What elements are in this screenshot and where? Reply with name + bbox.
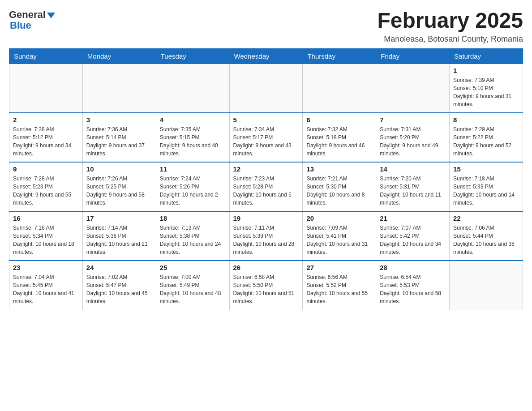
day-info: Sunrise: 7:18 AM Sunset: 5:33 PM Dayligh… [453,175,519,207]
calendar-day-cell: 5Sunrise: 7:34 AM Sunset: 5:17 PM Daylig… [229,113,303,162]
day-info: Sunrise: 7:20 AM Sunset: 5:31 PM Dayligh… [380,175,446,207]
day-info: Sunrise: 7:23 AM Sunset: 5:28 PM Dayligh… [233,175,299,207]
calendar-day-cell [450,261,523,310]
col-wednesday: Wednesday [229,48,303,64]
col-friday: Friday [376,48,450,64]
day-number: 19 [233,214,299,222]
col-sunday: Sunday [9,48,83,64]
day-number: 8 [453,116,519,124]
calendar-week-row: 1Sunrise: 7:39 AM Sunset: 5:10 PM Daylig… [9,64,523,113]
day-info: Sunrise: 7:09 AM Sunset: 5:41 PM Dayligh… [306,224,372,256]
calendar-day-cell [9,64,83,113]
calendar-day-cell: 26Sunrise: 6:58 AM Sunset: 5:50 PM Dayli… [229,261,303,310]
day-number: 15 [453,165,519,173]
calendar-table: Sunday Monday Tuesday Wednesday Thursday… [9,48,523,310]
calendar-day-cell: 8Sunrise: 7:29 AM Sunset: 5:22 PM Daylig… [450,113,523,162]
calendar-day-cell [82,64,156,113]
day-number: 2 [13,116,79,124]
calendar-day-cell: 6Sunrise: 7:32 AM Sunset: 5:18 PM Daylig… [303,113,376,162]
day-info: Sunrise: 7:04 AM Sunset: 5:45 PM Dayligh… [13,273,79,305]
calendar-day-cell: 19Sunrise: 7:11 AM Sunset: 5:39 PM Dayli… [229,211,303,261]
day-number: 23 [13,264,79,271]
calendar-day-cell: 16Sunrise: 7:16 AM Sunset: 5:34 PM Dayli… [9,211,83,261]
calendar-day-cell: 12Sunrise: 7:23 AM Sunset: 5:28 PM Dayli… [229,162,303,211]
calendar-week-row: 23Sunrise: 7:04 AM Sunset: 5:45 PM Dayli… [9,261,523,310]
col-thursday: Thursday [303,48,376,64]
day-number: 3 [86,116,152,124]
day-number: 18 [160,214,226,222]
calendar-header-row: Sunday Monday Tuesday Wednesday Thursday… [9,48,523,64]
day-info: Sunrise: 7:39 AM Sunset: 5:10 PM Dayligh… [453,76,519,108]
calendar-day-cell: 25Sunrise: 7:00 AM Sunset: 5:49 PM Dayli… [156,261,229,310]
calendar-day-cell: 22Sunrise: 7:06 AM Sunset: 5:44 PM Dayli… [450,211,523,261]
day-number: 12 [233,165,299,173]
calendar-day-cell: 4Sunrise: 7:35 AM Sunset: 5:15 PM Daylig… [156,113,229,162]
day-number: 14 [380,165,446,173]
calendar-day-cell: 2Sunrise: 7:38 AM Sunset: 5:12 PM Daylig… [9,113,83,162]
logo-general-text: General [9,9,46,21]
calendar-day-cell: 3Sunrise: 7:36 AM Sunset: 5:14 PM Daylig… [82,113,156,162]
day-info: Sunrise: 7:31 AM Sunset: 5:20 PM Dayligh… [380,125,446,158]
col-monday: Monday [82,48,156,64]
calendar-day-cell: 10Sunrise: 7:26 AM Sunset: 5:25 PM Dayli… [82,162,156,211]
day-number: 28 [380,264,446,271]
logo-blue-text: Blue [10,20,31,31]
day-info: Sunrise: 7:32 AM Sunset: 5:18 PM Dayligh… [306,125,372,158]
day-info: Sunrise: 7:00 AM Sunset: 5:49 PM Dayligh… [160,273,226,305]
day-number: 13 [306,165,372,173]
calendar-day-cell: 21Sunrise: 7:07 AM Sunset: 5:42 PM Dayli… [376,211,450,261]
calendar-day-cell [376,64,450,113]
calendar-day-cell [156,64,229,113]
day-info: Sunrise: 7:11 AM Sunset: 5:39 PM Dayligh… [233,224,299,256]
col-saturday: Saturday [450,48,523,64]
calendar-day-cell: 1Sunrise: 7:39 AM Sunset: 5:10 PM Daylig… [450,64,523,113]
day-info: Sunrise: 7:07 AM Sunset: 5:42 PM Dayligh… [380,224,446,256]
calendar-week-row: 9Sunrise: 7:28 AM Sunset: 5:23 PM Daylig… [9,162,523,211]
day-info: Sunrise: 7:34 AM Sunset: 5:17 PM Dayligh… [233,125,299,158]
calendar-day-cell: 7Sunrise: 7:31 AM Sunset: 5:20 PM Daylig… [376,113,450,162]
day-info: Sunrise: 7:36 AM Sunset: 5:14 PM Dayligh… [86,125,152,158]
calendar-day-cell: 15Sunrise: 7:18 AM Sunset: 5:33 PM Dayli… [450,162,523,211]
calendar-day-cell: 11Sunrise: 7:24 AM Sunset: 5:26 PM Dayli… [156,162,229,211]
day-number: 10 [86,165,152,173]
day-number: 5 [233,116,299,124]
month-title: February 2025 [377,9,523,33]
day-number: 6 [306,116,372,124]
calendar-day-cell: 9Sunrise: 7:28 AM Sunset: 5:23 PM Daylig… [9,162,83,211]
day-number: 22 [453,214,519,222]
day-number: 9 [13,165,79,173]
title-section: February 2025 Manoleasa, Botosani County… [377,9,523,44]
day-info: Sunrise: 7:06 AM Sunset: 5:44 PM Dayligh… [453,224,519,256]
day-info: Sunrise: 7:29 AM Sunset: 5:22 PM Dayligh… [453,125,519,158]
location-subtitle: Manoleasa, Botosani County, Romania [377,34,523,44]
calendar-day-cell: 28Sunrise: 6:54 AM Sunset: 5:53 PM Dayli… [376,261,450,310]
day-info: Sunrise: 7:38 AM Sunset: 5:12 PM Dayligh… [13,125,79,158]
day-number: 1 [453,67,519,74]
day-number: 24 [86,264,152,271]
day-number: 27 [306,264,372,271]
day-number: 17 [86,214,152,222]
day-number: 7 [380,116,446,124]
day-info: Sunrise: 7:24 AM Sunset: 5:26 PM Dayligh… [160,175,226,207]
day-info: Sunrise: 7:21 AM Sunset: 5:30 PM Dayligh… [306,175,372,207]
calendar-day-cell: 18Sunrise: 7:13 AM Sunset: 5:38 PM Dayli… [156,211,229,261]
day-number: 20 [306,214,372,222]
day-info: Sunrise: 7:13 AM Sunset: 5:38 PM Dayligh… [160,224,226,256]
day-number: 11 [160,165,226,173]
logo-arrow-icon [47,13,55,18]
day-number: 21 [380,214,446,222]
day-number: 25 [160,264,226,271]
calendar-day-cell: 27Sunrise: 6:56 AM Sunset: 5:52 PM Dayli… [303,261,376,310]
calendar-day-cell: 17Sunrise: 7:14 AM Sunset: 5:36 PM Dayli… [82,211,156,261]
day-info: Sunrise: 7:28 AM Sunset: 5:23 PM Dayligh… [13,175,79,207]
calendar-week-row: 2Sunrise: 7:38 AM Sunset: 5:12 PM Daylig… [9,113,523,162]
day-info: Sunrise: 7:26 AM Sunset: 5:25 PM Dayligh… [86,175,152,207]
logo: General Blue [9,9,55,31]
calendar-day-cell: 20Sunrise: 7:09 AM Sunset: 5:41 PM Dayli… [303,211,376,261]
col-tuesday: Tuesday [156,48,229,64]
calendar-week-row: 16Sunrise: 7:16 AM Sunset: 5:34 PM Dayli… [9,211,523,261]
day-info: Sunrise: 7:16 AM Sunset: 5:34 PM Dayligh… [13,224,79,256]
page-header: General Blue February 2025 Manoleasa, Bo… [9,9,523,44]
day-number: 26 [233,264,299,271]
day-info: Sunrise: 7:02 AM Sunset: 5:47 PM Dayligh… [86,273,152,305]
